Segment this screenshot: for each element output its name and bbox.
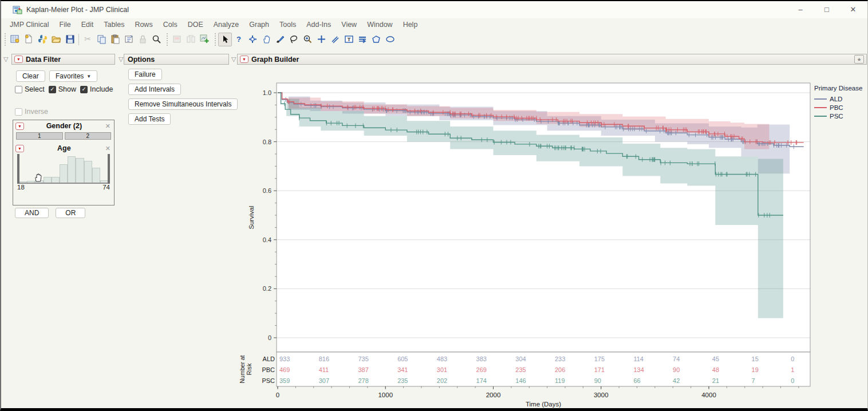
histogram-bar [84,161,92,183]
menu-view[interactable]: View [336,19,362,30]
save-icon[interactable] [63,33,77,46]
menu-bar: JMP ClinicalFileEditTablesRowsColsDOEAna… [1,18,867,30]
y-tick-label: 0.2 [263,285,271,292]
menu-tables[interactable]: Tables [98,19,129,30]
gender-value-1-button[interactable]: 1 [16,132,63,140]
close-icon[interactable]: ✕ [104,122,112,130]
selection-tool-icon[interactable] [246,33,259,46]
and-button[interactable]: AND [15,208,49,218]
age-histogram[interactable] [17,154,110,184]
cut-icon[interactable]: ✂ [81,33,94,46]
data-filter-header[interactable]: ▼ Data Filter [11,54,115,65]
graph-builder-canvas[interactable]: 00.20.40.60.81.001000200030004000Time (D… [237,65,868,411]
red-triangle-icon[interactable]: ▼ [240,56,248,63]
menu-graph[interactable]: Graph [244,19,274,30]
graph-builder-collapse-icon[interactable]: ▽ [231,56,236,63]
graph-builder-header[interactable]: ▼ Graph Builder ★ [237,54,867,65]
copy-icon[interactable] [94,33,108,46]
failure-button[interactable]: Failure [128,69,162,80]
minimize-button[interactable]: – [791,3,810,16]
maximize-button[interactable]: □ [817,3,837,16]
histogram-bar [60,164,68,183]
risk-value: 278 [358,377,368,384]
or-button[interactable]: OR [56,208,85,218]
new-journal-icon[interactable] [22,33,35,46]
help-tool-icon[interactable]: ? [232,33,246,46]
lock-icon[interactable] [136,33,149,46]
menu-doe[interactable]: DOE [183,19,208,30]
paste-icon[interactable] [108,33,122,46]
menu-analyze[interactable]: Analyze [208,19,244,30]
red-triangle-icon[interactable]: ▼ [14,56,23,63]
oval-annotate-icon[interactable] [383,33,397,46]
risk-value: 235 [397,377,408,384]
risk-value: 90 [673,366,680,373]
new-data-table-icon[interactable] [8,33,22,46]
clear-button[interactable]: Clear [16,70,45,82]
risk-value: 119 [555,377,565,384]
checkbox-icon[interactable] [80,86,88,93]
menu-cols[interactable]: Cols [158,19,183,30]
add-in-icon[interactable] [198,33,211,46]
menu-add-ins[interactable]: Add-Ins [301,19,336,30]
open-file-icon[interactable] [49,33,63,46]
add-tests-button[interactable]: Add Tests [128,113,171,125]
menu-help[interactable]: Help [398,19,423,30]
risk-value: 90 [594,377,601,384]
age-slider-left-handle[interactable] [17,154,19,184]
arrow-tool-icon[interactable] [218,33,232,46]
select-checkbox[interactable]: Select [15,85,45,93]
data-filter-collapse-icon[interactable]: ▽ [3,56,8,63]
magnifier-tool-icon[interactable] [301,33,314,46]
filter-mode-checkboxes: Select Show Include [15,85,113,93]
menu-edit[interactable]: Edit [76,19,99,30]
risk-value: 933 [279,355,290,362]
arrange-windows-icon[interactable] [184,33,198,46]
risk-table-label: Number at [239,355,246,383]
checkbox-icon[interactable] [15,108,22,116]
risk-row-label: ALD [263,355,275,362]
kaplan-meier-plot[interactable]: 00.20.40.60.81.001000200030004000Time (D… [237,65,868,409]
inverse-checkbox[interactable]: Inverse [15,108,48,116]
search-icon[interactable] [149,33,163,46]
menu-file[interactable]: File [54,19,76,30]
age-min-label: 18 [17,184,25,191]
line-annotate-icon[interactable] [356,33,369,46]
text-annotate-icon[interactable]: T [342,33,356,46]
include-checkbox[interactable]: Include [80,85,113,93]
options-collapse-icon[interactable]: ▽ [119,56,123,63]
menu-jmp-clinical[interactable]: JMP Clinical [5,19,54,30]
open-in-window-icon[interactable]: ★ [854,55,864,64]
menu-rows[interactable]: Rows [129,19,157,30]
gender-filter-title: Gender (2) [24,122,104,130]
save-session-icon[interactable] [170,33,184,46]
annotate-pen-icon[interactable] [328,33,342,46]
hand-cursor-icon [33,172,44,185]
brush-tool-icon[interactable] [273,33,287,46]
favorites-button[interactable]: Favorites ▼ [49,70,97,82]
close-icon[interactable]: ✕ [104,145,112,152]
risk-value: 735 [358,355,368,362]
remove-simultaneous-intervals-button[interactable]: Remove Simultaneous Intervals [128,98,238,110]
risk-value: 146 [515,377,526,384]
show-checkbox[interactable]: Show [49,85,76,93]
python-script-icon[interactable] [35,33,49,46]
checkbox-icon[interactable] [15,86,22,93]
menu-window[interactable]: Window [362,19,397,30]
grabber-tool-icon[interactable] [259,33,273,46]
options-header[interactable]: Options [124,54,229,65]
close-button[interactable]: ✕ [843,3,863,16]
polygon-annotate-icon[interactable] [369,33,383,46]
checkbox-icon[interactable] [49,86,56,93]
add-intervals-button[interactable]: Add Intervals [128,84,181,95]
journal-window-icon[interactable] [122,33,136,46]
age-slider-right-handle[interactable] [108,154,110,184]
lasso-tool-icon[interactable] [287,33,301,46]
gender-value-2-button[interactable]: 2 [65,132,112,140]
red-triangle-icon[interactable]: ▼ [15,122,24,130]
red-triangle-icon[interactable]: ▼ [15,145,24,152]
select-label: Select [25,85,45,93]
menu-tools[interactable]: Tools [274,19,301,30]
crosshair-tool-icon[interactable] [314,33,328,46]
boolean-operator-buttons: AND OR [15,208,85,218]
